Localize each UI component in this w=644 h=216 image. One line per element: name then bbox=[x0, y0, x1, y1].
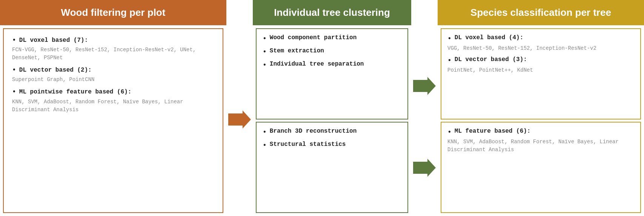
arrow-right-col bbox=[411, 0, 438, 216]
arrow-left-col bbox=[226, 0, 253, 216]
mid-lower-item-1: • Branch 3D reconstruction bbox=[263, 128, 401, 137]
mid-upper-item-1: • Wood component partition bbox=[263, 34, 401, 44]
mid-bullet-2: • bbox=[263, 47, 267, 57]
header-right: Species classification per tree bbox=[438, 0, 644, 25]
mid-bullet-4: • bbox=[263, 128, 267, 137]
arrows-right-content bbox=[413, 23, 436, 216]
main-layout: Wood filtering per plot • DL voxel based… bbox=[0, 0, 644, 216]
right-upper-label-1: DL voxel based (4): bbox=[455, 34, 523, 41]
svg-marker-0 bbox=[228, 110, 251, 129]
left-item-1: • DL voxel based (7): bbox=[12, 36, 214, 45]
bullet-dot-3: • bbox=[12, 87, 16, 97]
left-item-3-label: ML pointwise feature based (6): bbox=[19, 87, 132, 97]
mid-bullet-5: • bbox=[263, 141, 267, 150]
middle-lower-box: • Branch 3D reconstruction • Structural … bbox=[256, 122, 408, 213]
header-right-label: Species classification per tree bbox=[470, 7, 611, 18]
left-item-1-label: DL voxel based (7): bbox=[19, 36, 88, 45]
mid-bullet-3: • bbox=[263, 61, 267, 70]
svg-marker-2 bbox=[413, 159, 436, 177]
left-item-2-detail: Superpoint Graph, PointCNN bbox=[12, 76, 214, 84]
svg-marker-1 bbox=[413, 77, 436, 95]
mid-upper-label-3: Individual tree separation bbox=[270, 61, 364, 67]
right-lower-box: • ML feature based (6): KNN, SVM, AdaBoo… bbox=[441, 122, 641, 213]
mid-upper-item-2: • Stem extraction bbox=[263, 47, 401, 57]
right-lower-item-1: • ML feature based (6): bbox=[447, 128, 634, 137]
mid-lower-label-2: Structural statistics bbox=[270, 141, 346, 148]
right-upper-detail-2: PointNet, PointNet++, KdNet bbox=[447, 66, 634, 74]
right-upper-item-1: • DL voxel based (4): bbox=[447, 34, 634, 44]
mid-upper-label-2: Stem extraction bbox=[270, 47, 324, 54]
arrow-green-top-icon bbox=[413, 77, 436, 95]
right-lower-label-1: ML feature based (6): bbox=[455, 128, 531, 135]
left-item-2: • DL vector based (2): bbox=[12, 66, 214, 75]
section-middle: Individual tree clustering • Wood compon… bbox=[253, 0, 411, 216]
arrow-green-bottom-icon bbox=[413, 159, 436, 177]
right-bullet-3: • bbox=[447, 128, 452, 137]
arrow-brown-icon bbox=[228, 110, 251, 129]
header-left: Wood filtering per plot bbox=[0, 0, 226, 25]
right-content: • DL voxel based (4): VGG, ResNet-50, Re… bbox=[438, 25, 644, 216]
mid-bullet-1: • bbox=[263, 34, 267, 44]
header-middle-label: Individual tree clustering bbox=[274, 7, 390, 18]
mid-lower-item-2: • Structural statistics bbox=[263, 141, 401, 150]
section-left: Wood filtering per plot • DL voxel based… bbox=[0, 0, 226, 216]
left-item-3: • ML pointwise feature based (6): bbox=[12, 87, 214, 97]
right-upper-box: • DL voxel based (4): VGG, ResNet-50, Re… bbox=[441, 28, 641, 119]
left-item-2-label: DL vector based (2): bbox=[19, 66, 92, 75]
right-bullet-2: • bbox=[447, 56, 452, 66]
right-upper-label-2: DL vector based (3): bbox=[455, 56, 527, 63]
section-right: Species classification per tree • DL vox… bbox=[438, 0, 644, 216]
mid-upper-item-3: • Individual tree separation bbox=[263, 61, 401, 70]
mid-lower-label-1: Branch 3D reconstruction bbox=[270, 128, 357, 135]
middle-content: • Wood component partition • Stem extrac… bbox=[253, 25, 411, 216]
header-left-label: Wood filtering per plot bbox=[61, 7, 166, 18]
right-upper-item-2: • DL vector based (3): bbox=[447, 56, 634, 66]
left-content-box: • DL voxel based (7): FCN-VGG, ResNet-50… bbox=[3, 28, 223, 213]
right-bullet-1: • bbox=[447, 34, 452, 44]
header-middle: Individual tree clustering bbox=[253, 0, 411, 25]
left-item-1-detail: FCN-VGG, ResNet-50, ResNet-152, Inceptio… bbox=[12, 46, 214, 62]
right-lower-detail-1: KNN, SVM, AdaBoost, Random Forest, Naïve… bbox=[447, 138, 634, 154]
mid-upper-label-1: Wood component partition bbox=[270, 34, 357, 41]
bullet-dot-1: • bbox=[12, 36, 16, 45]
right-upper-detail-1: VGG, ResNet-50, ResNet-152, Inception-Re… bbox=[447, 44, 634, 52]
bullet-dot-2: • bbox=[12, 66, 16, 75]
left-item-3-detail: KNN, SVM, AdaBoost, Random Forest, Naïve… bbox=[12, 98, 214, 114]
middle-upper-box: • Wood component partition • Stem extrac… bbox=[256, 28, 408, 119]
